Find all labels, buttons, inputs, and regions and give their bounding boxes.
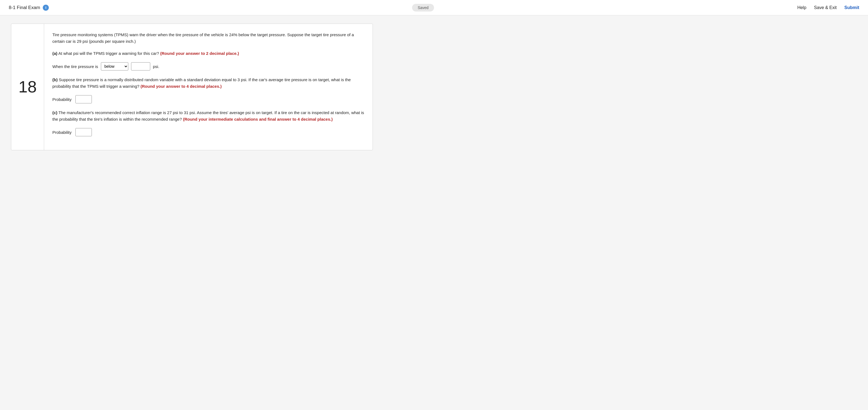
part-c-prob-row: Probability <box>52 128 364 136</box>
saved-badge: Saved <box>412 4 434 11</box>
part-c-text: (c) The manufacturer's recommended corre… <box>52 110 364 123</box>
part-a-instruction: (Round your answer to 2 decimal place.) <box>160 51 239 56</box>
part-c-prob-input[interactable] <box>75 128 92 136</box>
part-c-prob-label: Probability <box>52 130 71 135</box>
page-title: 8-1 Final Exam <box>9 5 40 10</box>
part-b-instruction: (Round your answer to 4 decimal places.) <box>141 84 222 89</box>
part-b-text: (b) Suppose tire pressure is a normally … <box>52 77 364 90</box>
main-content: 18 Tire pressure monitoring systems (TPM… <box>0 16 384 164</box>
submit-button[interactable]: Submit <box>844 5 859 10</box>
save-exit-button[interactable]: Save & Exit <box>814 5 837 10</box>
part-c-section: (c) The manufacturer's recommended corre… <box>52 110 364 136</box>
part-b-prob-row: Probability <box>52 95 364 104</box>
part-a-section: (a) At what psi will the TPMS trigger a … <box>52 50 364 70</box>
help-button[interactable]: Help <box>797 5 806 10</box>
question-number: 18 <box>19 79 37 95</box>
question-intro: Tire pressure monitoring systems (TPMS) … <box>52 32 364 45</box>
part-a-inline-row: When the tire pressure is below above ps… <box>52 62 364 70</box>
part-b-prob-label: Probability <box>52 97 71 102</box>
part-a-body: At what psi will the TPMS trigger a warn… <box>57 51 159 56</box>
header-left: 8-1 Final Exam i <box>9 5 49 11</box>
part-c-label: (c) <box>52 110 57 115</box>
part-b-prob-input[interactable] <box>75 95 92 104</box>
header-right: Help Save & Exit Submit <box>797 5 859 10</box>
part-b-section: (b) Suppose tire pressure is a normally … <box>52 77 364 104</box>
part-a-label: (a) <box>52 51 57 56</box>
question-number-box: 18 <box>11 24 44 150</box>
question-body: Tire pressure monitoring systems (TPMS) … <box>44 24 373 150</box>
part-a-text: (a) At what psi will the TPMS trigger a … <box>52 50 364 57</box>
header: 8-1 Final Exam i Saved Help Save & Exit … <box>0 0 868 16</box>
part-a-psi-input[interactable] <box>131 62 150 70</box>
part-a-suffix: psi. <box>153 64 159 69</box>
part-b-label: (b) <box>52 77 58 82</box>
info-icon[interactable]: i <box>43 5 49 11</box>
part-a-prefix: When the tire pressure is <box>52 64 98 69</box>
below-dropdown[interactable]: below above <box>101 62 128 70</box>
part-c-instruction: (Round your intermediate calculations an… <box>183 117 333 121</box>
question-card: 18 Tire pressure monitoring systems (TPM… <box>11 24 373 150</box>
